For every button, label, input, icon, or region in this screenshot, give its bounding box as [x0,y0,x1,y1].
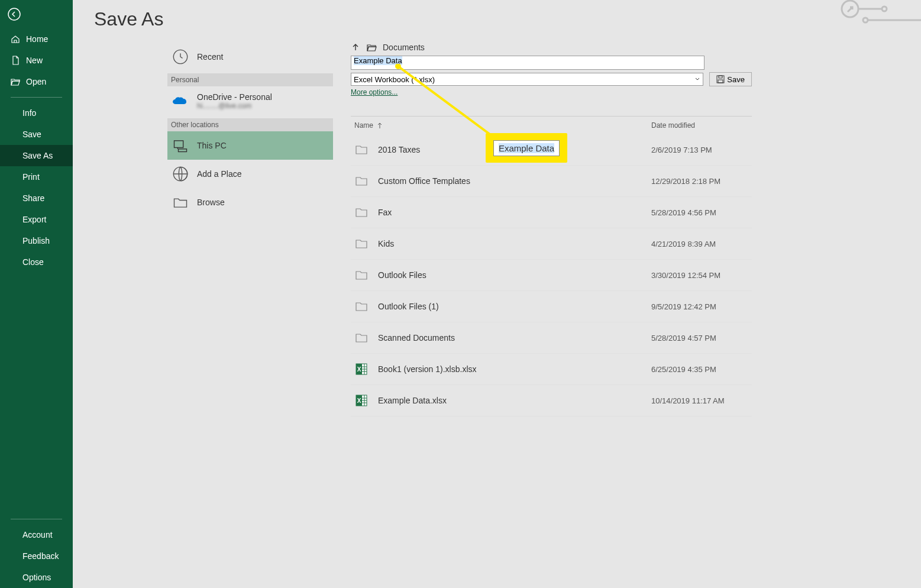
file-row[interactable]: Kids4/21/2019 8:39 AM [351,228,752,260]
sort-asc-icon [377,122,383,129]
location-onedrive[interactable]: OneDrive - Personal hi........@live.com [167,86,333,116]
folder-icon [354,299,369,314]
backstage-sidebar: HomeNewOpen InfoSaveSave AsPrintShareExp… [0,0,73,588]
svg-point-0 [8,8,20,20]
callout-box: Example Data [486,133,567,163]
file-date: 6/25/2019 4:35 PM [651,365,752,374]
page-title: Save As [73,0,921,41]
file-row[interactable]: Scanned Documents5/28/2019 4:57 PM [351,322,752,354]
folder-icon [354,331,369,345]
file-date: 2/6/2019 7:13 PM [651,146,752,154]
file-row[interactable]: Custom Office Templates12/29/2018 2:18 P… [351,166,752,197]
folder-icon [354,205,369,219]
file-date: 12/29/2018 2:18 PM [651,177,752,186]
file-date: 4/21/2019 8:39 AM [651,240,752,248]
nav-options[interactable]: Options [0,567,73,588]
save-button[interactable]: Save [709,72,752,86]
addplace-icon [172,166,189,182]
content-area: Save As Recent Personal OneDrive - Perso… [73,0,921,588]
file-row[interactable]: Outlook Files (1)9/5/2019 12:42 PM [351,291,752,322]
location-recent[interactable]: Recent [167,43,333,71]
thispc-icon [172,137,189,154]
folder-icon [172,194,189,211]
back-arrow-icon [7,7,21,21]
more-options-link[interactable]: More options... [351,88,398,96]
file-name: Fax [378,208,651,217]
file-name: Outlook Files [378,270,651,280]
file-row[interactable]: XExample Data.xlsx10/14/2019 11:17 AM [351,385,752,416]
file-name: Custom Office Templates [378,176,651,186]
file-row[interactable]: Outlook Files3/30/2019 12:54 PM [351,260,752,291]
save-icon [716,75,725,83]
up-arrow-icon[interactable] [351,43,360,52]
location-label: Add a Place [197,169,242,179]
breadcrumb: Documents [351,43,752,52]
location-thispc[interactable]: This PC [167,131,333,160]
file-date: 5/28/2019 4:56 PM [651,208,752,217]
file-list-header: Name Date modified [351,117,752,134]
nav-new[interactable]: New [0,50,73,71]
location-label: Recent [197,52,223,62]
column-header-date[interactable]: Date modified [651,121,752,130]
svg-rect-6 [179,149,187,152]
nav-open[interactable]: Open [0,71,73,92]
onedrive-icon [172,96,189,106]
location-label: This PC [197,141,227,150]
svg-rect-9 [719,76,722,78]
folder-icon [354,268,369,282]
filename-input[interactable]: Example Data [351,56,705,70]
column-header-name[interactable]: Name [351,121,651,130]
file-date: 9/5/2019 12:42 PM [651,302,752,311]
svg-text:X: X [357,398,361,404]
file-name: Kids [378,239,651,248]
nav-home[interactable]: Home [0,28,73,50]
nav-separator [11,97,62,98]
svg-rect-10 [718,80,723,83]
nav-feedback[interactable]: Feedback [0,545,73,567]
callout-text: Example Data [499,143,554,153]
nav-share[interactable]: Share [0,188,73,209]
chevron-down-icon [694,76,700,82]
svg-rect-5 [174,141,183,148]
folder-open-icon [366,43,377,52]
location-header-other: Other locations [167,118,333,131]
nav-save-as[interactable]: Save As [0,145,73,166]
location-addplace[interactable]: Add a Place [167,160,333,188]
file-row[interactable]: Fax5/28/2019 4:56 PM [351,197,752,228]
file-name: Outlook Files (1) [378,302,651,311]
file-name: Example Data.xlsx [378,396,651,405]
excel-icon: X [354,362,369,376]
nav-account[interactable]: Account [0,524,73,545]
file-row[interactable]: XBook1 (version 1).xlsb.xlsx6/25/2019 4:… [351,354,752,385]
location-panel: Recent Personal OneDrive - Personal hi..… [167,43,333,217]
file-panel: Documents Example Data Excel Workbook (*… [351,43,752,416]
clock-icon [172,49,189,65]
nav-info[interactable]: Info [0,102,73,124]
breadcrumb-text[interactable]: Documents [383,43,425,52]
nav-publish[interactable]: Publish [0,230,73,251]
folder-icon [354,143,369,157]
location-header-personal: Personal [167,73,333,86]
folder-icon [354,237,369,251]
nav-export[interactable]: Export [0,209,73,230]
nav-separator [11,519,62,519]
file-name: Scanned Documents [378,333,651,343]
nav-print[interactable]: Print [0,166,73,188]
location-label: OneDrive - Personal [197,92,272,102]
svg-text:X: X [357,366,361,373]
filetype-select[interactable]: Excel Workbook (*.xlsx) [351,73,703,86]
excel-icon: X [354,393,369,408]
file-date: 5/28/2019 4:57 PM [651,334,752,343]
file-date: 3/30/2019 12:54 PM [651,271,752,280]
back-button[interactable] [0,0,28,28]
folder-icon [354,174,369,188]
nav-close[interactable]: Close [0,251,73,273]
location-label: Browse [197,198,225,207]
file-date: 10/14/2019 11:17 AM [651,396,752,405]
location-browse[interactable]: Browse [167,188,333,217]
onedrive-email: hi........@live.com [197,102,272,110]
nav-save[interactable]: Save [0,124,73,145]
file-name: Book1 (version 1).xlsb.xlsx [378,364,651,374]
